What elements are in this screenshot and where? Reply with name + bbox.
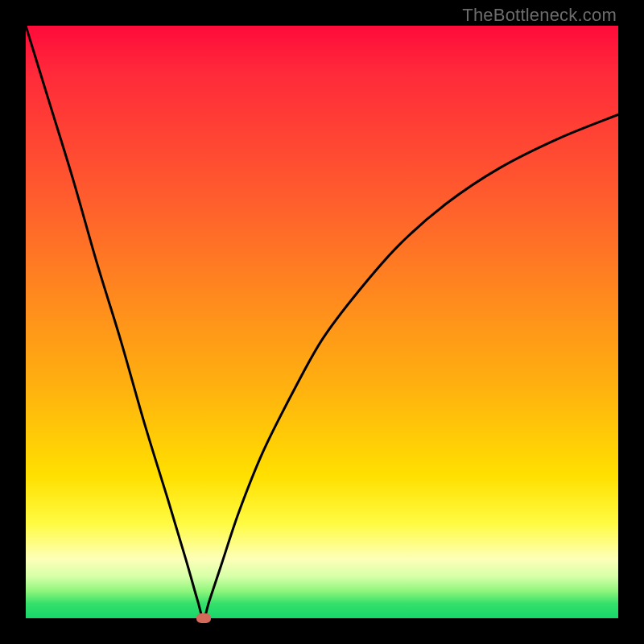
curve-svg — [26, 26, 618, 618]
bottleneck-curve — [26, 26, 618, 618]
minimum-marker — [196, 613, 211, 623]
plot-area — [26, 26, 618, 618]
chart-frame: TheBottleneck.com — [0, 0, 644, 644]
watermark-text: TheBottleneck.com — [462, 5, 617, 26]
